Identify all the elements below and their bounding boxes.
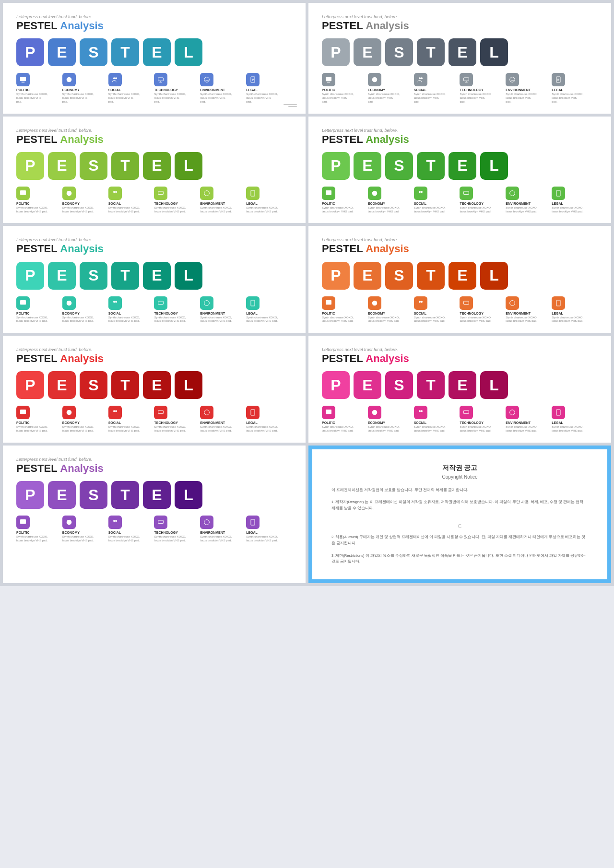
svg-point-60: [113, 520, 115, 522]
subtitle-1: Letterpress next level trust fund, befor…: [16, 14, 292, 19]
svg-point-12: [421, 78, 423, 80]
icon-economy-1: ECONOMY Synth chartreuse XOXO,lacus broo…: [62, 73, 108, 104]
env-label-1: ENVIRONMENT: [200, 88, 225, 92]
svg-rect-8: [326, 77, 331, 81]
letter-boxes-1: P E S T E L: [16, 38, 292, 66]
svg-point-42: [510, 300, 515, 305]
icon-tech-1: TECHNOLOGY Synth chartreuse XOXO,lacus b…: [154, 73, 200, 104]
svg-point-56: [510, 410, 515, 415]
letter-e2-1: E: [143, 38, 171, 66]
letter-s-2: S: [385, 38, 413, 66]
letter-s-1: S: [80, 38, 107, 66]
title-2: PESTEL Analysis: [322, 20, 598, 32]
icon-economy-2: ECONOMY Synth chartreuse XOXO,lacus broo…: [368, 73, 414, 104]
svg-rect-51: [326, 410, 331, 414]
svg-point-54: [421, 411, 423, 412]
svg-point-33: [115, 301, 117, 303]
svg-rect-36: [251, 300, 255, 306]
svg-rect-9: [327, 82, 331, 82]
svg-point-32: [113, 301, 115, 303]
svg-point-11: [419, 78, 421, 80]
tech-icon-1: [154, 73, 167, 86]
copyright-body: 이 프레젠테이션은 저작권법의 보호를 받습니다. 무단 전재와 복제를 금지합…: [331, 487, 588, 565]
svg-rect-48: [158, 411, 164, 414]
icons-row-8: POLITICSynth chartreuse XOXO,lacus brook…: [322, 406, 598, 433]
tech-label-2: TECHNOLOGY: [460, 88, 483, 92]
svg-rect-58: [20, 519, 26, 524]
politic-desc-1: Synth chartreuse XOXO,lacus brooklyn VHS…: [16, 93, 48, 104]
icons-row-2: POLITIC Synth chartreuse XOXO,lacus broo…: [322, 73, 598, 104]
main-grid: Letterpress next level trust fund, befor…: [0, 0, 614, 446]
letter-t-2: T: [417, 38, 445, 66]
letter-boxes-7: P E S T E L: [16, 371, 292, 399]
pestel-text-2: PESTEL: [322, 20, 363, 32]
icons-row-6: POLITICSynth chartreuse XOXO,lacus brook…: [322, 296, 598, 324]
svg-rect-29: [556, 190, 560, 196]
subtitle-4: Letterpress next level trust fund, befor…: [322, 128, 598, 133]
politic-desc-2: Synth chartreuse XOXO,lacus brooklyn VHS…: [322, 93, 354, 104]
title-9: PESTEL Analysis: [16, 463, 292, 474]
analysis-text-2: Analysis: [366, 20, 409, 32]
legal-desc-1: Synth chartreuse XOXO,lacus brooklyn VHS…: [246, 93, 278, 104]
icon-social-1: SOCIAL Synth chartreuse XOXO,lacus brook…: [108, 73, 154, 104]
letter-boxes-9: P E S T E L: [16, 481, 292, 509]
legal-icon-1: [246, 73, 260, 86]
politic-label-1: POLITIC: [16, 88, 30, 92]
legal-label-1: LEGAL: [246, 88, 258, 92]
env-icon-2: [506, 73, 519, 86]
pestel-text-1: PESTEL: [16, 20, 57, 32]
copyright-title: 저작권 공고: [442, 464, 478, 472]
letter-l-1: L: [175, 38, 202, 66]
svg-point-19: [115, 191, 117, 193]
title-7: PESTEL Analysis: [16, 353, 292, 364]
title-1: PESTEL Analysis: [16, 20, 292, 32]
svg-rect-62: [158, 520, 164, 524]
svg-rect-37: [326, 300, 331, 305]
svg-rect-1: [22, 82, 25, 82]
env-label-2: ENVIRONMENT: [506, 88, 531, 92]
slide-purple: Letterpress next level trust fund, befor…: [3, 446, 306, 583]
economy-label-2: ECONOMY: [368, 88, 385, 92]
letter-l-2: L: [480, 38, 508, 66]
subtitle-7: Letterpress next level trust fund, befor…: [16, 347, 292, 352]
svg-rect-0: [20, 77, 26, 81]
legal-desc-2: Synth chartreuse XOXO,lacus brooklyn VHS…: [552, 93, 583, 104]
svg-rect-16: [20, 190, 26, 195]
economy-desc-1: Synth chartreuse XOXO,lacus brooklyn VHS…: [62, 93, 94, 104]
subtitle-8: Letterpress next level trust fund, befor…: [322, 347, 598, 352]
svg-point-35: [204, 300, 210, 305]
tech-label-1: TECHNOLOGY: [154, 88, 177, 92]
svg-point-53: [419, 411, 421, 412]
slide-pink: Letterpress next level trust fund, befor…: [308, 336, 611, 443]
svg-point-49: [204, 410, 210, 415]
title-6: PESTEL Analysis: [322, 243, 598, 255]
letter-boxes-4: P E S T E L: [322, 152, 598, 180]
tech-desc-2: Synth chartreuse XOXO,lacus brooklyn VHS…: [460, 93, 491, 104]
svg-rect-44: [20, 410, 26, 414]
letter-p-2: P: [322, 38, 350, 66]
slide-blue: Letterpress next level trust fund, befor…: [3, 3, 306, 114]
letter-t-1: T: [111, 38, 139, 66]
env-desc-2: Synth chartreuse XOXO,lacus brooklyn VHS…: [506, 93, 537, 104]
subtitle-2: Letterpress next level trust fund, befor…: [322, 14, 598, 19]
slide-red: Letterpress next level trust fund, befor…: [3, 336, 306, 443]
icons-row-7: POLITICSynth chartreuse XOXO,lacus brook…: [16, 406, 292, 433]
svg-point-45: [66, 410, 71, 415]
svg-rect-15: [556, 77, 560, 82]
letter-boxes-5: P E S T E L: [16, 262, 292, 290]
letter-e-2: E: [354, 38, 381, 66]
social-icon-2: [414, 73, 427, 86]
icons-row-5: POLITICSynth chartreuse XOXO,lacus brook…: [16, 296, 292, 324]
economy-desc-2: Synth chartreuse XOXO,lacus brooklyn VHS…: [368, 93, 400, 104]
icons-row-4: POLITICSynth chartreuse XOXO,lacus brook…: [322, 187, 598, 214]
svg-rect-13: [464, 78, 469, 81]
svg-point-24: [372, 190, 377, 196]
subtitle-6: Letterpress next level trust fund, befor…: [322, 237, 598, 242]
svg-rect-64: [251, 519, 255, 525]
icon-tech-2: TECHNOLOGY Synth chartreuse XOXO,lacus b…: [460, 73, 506, 104]
letter-e-1: E: [48, 38, 76, 66]
title-5: PESTEL Analysis: [16, 243, 292, 255]
social-label-2: SOCIAL: [414, 88, 426, 92]
svg-point-52: [372, 410, 377, 415]
svg-rect-20: [158, 191, 164, 195]
